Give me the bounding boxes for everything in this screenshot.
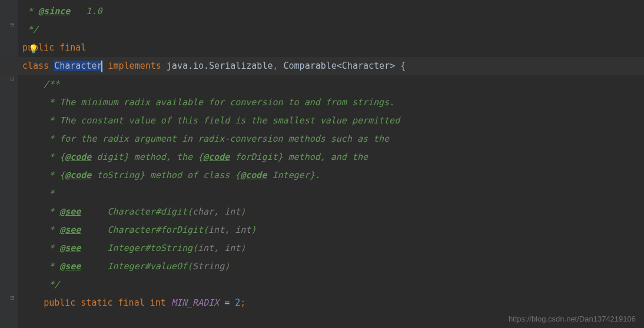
code-line: * for the radix argument in radix-conver…: [22, 130, 644, 148]
code-line: * {@code toString} method of class {@cod…: [22, 166, 644, 185]
code-line: */: [22, 21, 644, 39]
intention-bulb-icon[interactable]: 💡: [28, 40, 38, 58]
code-line: * @see Integer#valueOf(String): [22, 257, 644, 276]
code-line: * {@code digit} method, the {@code forDi…: [22, 148, 644, 166]
code-line: * @see Character#digit(char, int): [22, 203, 644, 221]
code-line: * @see Integer#toString(int, int): [22, 239, 644, 257]
code-line: */: [22, 276, 644, 294]
code-editor[interactable]: * @since 1.0 */ 💡public final class Char…: [0, 0, 644, 312]
code-line: public static final int MIN_RADIX = 2;: [22, 294, 644, 312]
code-line: /**: [22, 75, 644, 93]
code-line: * The constant value of this field is th…: [22, 112, 644, 130]
code-line: * @since 1.0: [22, 2, 644, 21]
code-line: 💡public final: [22, 39, 644, 57]
selected-text: Character: [54, 61, 102, 71]
code-line-current: class Character implements java.io.Seria…: [0, 57, 644, 75]
watermark-text: https://blog.csdn.net/Dan1374219106: [509, 314, 636, 323]
code-line: * The minimum radix available for conver…: [22, 93, 644, 112]
code-line: * @see Character#forDigit(int, int): [22, 221, 644, 239]
code-line: *: [22, 185, 644, 203]
text-cursor: [101, 61, 102, 72]
